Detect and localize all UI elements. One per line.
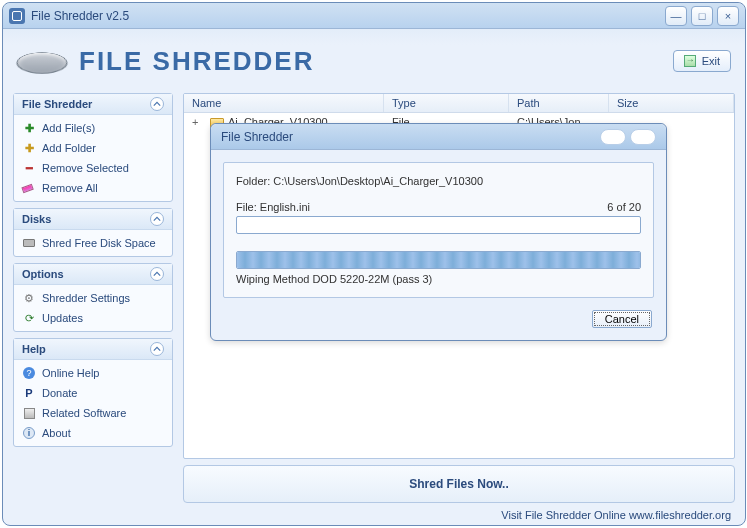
sidebar-item-online-help[interactable]: ?Online Help <box>20 364 166 382</box>
sidebar-item-remove-selected[interactable]: ━Remove Selected <box>20 159 166 177</box>
gear-icon: ⚙ <box>22 291 36 305</box>
titlebar: File Shredder v2.5 — □ × <box>3 3 745 29</box>
expand-toggle[interactable]: + <box>184 113 202 131</box>
minus-icon: ━ <box>22 161 36 175</box>
plus-folder-icon: ✚ <box>22 141 36 155</box>
header: FILE SHREDDER Exit <box>3 29 745 93</box>
sidebar-item-updates[interactable]: ⟳Updates <box>20 309 166 327</box>
body: File Shredder ✚Add File(s) ✚Add Folder ━… <box>3 93 745 507</box>
panel-title: Help <box>22 343 46 355</box>
exit-button[interactable]: Exit <box>673 50 731 72</box>
overall-progress-bar <box>236 251 641 269</box>
help-icon: ? <box>22 366 36 380</box>
chevron-up-icon[interactable] <box>150 342 164 356</box>
dialog-window-controls <box>600 129 656 145</box>
progress-text: 6 of 20 <box>607 201 641 213</box>
panel-header[interactable]: Options <box>14 264 172 285</box>
app-window: File Shredder v2.5 — □ × FILE SHREDDER E… <box>2 2 746 526</box>
wiping-method: Wiping Method DOD 5220-22M (pass 3) <box>236 273 641 285</box>
shred-files-button[interactable]: Shred Files Now.. <box>183 465 735 503</box>
file-progress-bar <box>236 216 641 234</box>
window-controls: — □ × <box>665 6 739 26</box>
paypal-icon: P <box>22 386 36 400</box>
file-label: File: English.ini <box>236 201 310 213</box>
footer-link[interactable]: Visit File Shredder Online www.fileshred… <box>3 507 745 525</box>
folder-label: Folder: C:\Users\Jon\Desktop\Ai_Charger_… <box>236 175 641 187</box>
logo-text: FILE SHREDDER <box>79 46 314 77</box>
eraser-icon <box>20 179 38 197</box>
exit-icon <box>684 55 696 67</box>
panel-header[interactable]: Help <box>14 339 172 360</box>
dialog-body: Folder: C:\Users\Jon\Desktop\Ai_Charger_… <box>223 162 654 298</box>
sidebar-item-shred-free-space[interactable]: Shred Free Disk Space <box>20 234 166 252</box>
disk-icon <box>22 236 36 250</box>
panel-title: Disks <box>22 213 51 225</box>
progress-dialog: File Shredder Folder: C:\Users\Jon\Deskt… <box>210 123 667 341</box>
sidebar-item-remove-all[interactable]: Remove All <box>20 179 166 197</box>
chevron-up-icon[interactable] <box>150 97 164 111</box>
col-path[interactable]: Path <box>509 94 609 112</box>
col-size[interactable]: Size <box>609 94 734 112</box>
panel-file-shredder: File Shredder ✚Add File(s) ✚Add Folder ━… <box>13 93 173 202</box>
col-name[interactable]: Name <box>184 94 384 112</box>
sidebar-item-shredder-settings[interactable]: ⚙Shredder Settings <box>20 289 166 307</box>
panel-title: File Shredder <box>22 98 92 110</box>
dialog-titlebar: File Shredder <box>211 124 666 150</box>
close-button[interactable]: × <box>717 6 739 26</box>
sidebar-item-about[interactable]: iAbout <box>20 424 166 442</box>
window-title: File Shredder v2.5 <box>31 9 665 23</box>
panel-header[interactable]: Disks <box>14 209 172 230</box>
sidebar: File Shredder ✚Add File(s) ✚Add Folder ━… <box>13 93 173 503</box>
chevron-up-icon[interactable] <box>150 267 164 281</box>
sidebar-item-related-software[interactable]: Related Software <box>20 404 166 422</box>
chevron-up-icon[interactable] <box>150 212 164 226</box>
col-type[interactable]: Type <box>384 94 509 112</box>
dialog-pill[interactable] <box>600 129 626 145</box>
panel-header[interactable]: File Shredder <box>14 94 172 115</box>
panel-title: Options <box>22 268 64 280</box>
panel-help: Help ?Online Help PDonate Related Softwa… <box>13 338 173 447</box>
maximize-button[interactable]: □ <box>691 6 713 26</box>
cancel-button[interactable]: Cancel <box>592 310 652 328</box>
panel-disks: Disks Shred Free Disk Space <box>13 208 173 257</box>
refresh-icon: ⟳ <box>22 311 36 325</box>
panel-options: Options ⚙Shredder Settings ⟳Updates <box>13 263 173 332</box>
dialog-title: File Shredder <box>221 130 293 144</box>
logo-icon <box>11 52 72 73</box>
info-icon: i <box>22 426 36 440</box>
list-header: Name Type Path Size <box>184 94 734 113</box>
app-icon <box>9 8 25 24</box>
sidebar-item-add-folder[interactable]: ✚Add Folder <box>20 139 166 157</box>
exit-label: Exit <box>702 55 720 67</box>
dialog-pill[interactable] <box>630 129 656 145</box>
sidebar-item-donate[interactable]: PDonate <box>20 384 166 402</box>
minimize-button[interactable]: — <box>665 6 687 26</box>
software-icon <box>22 406 36 420</box>
main: Name Type Path Size + Ai_Charger_V10300 … <box>183 93 735 503</box>
sidebar-item-add-files[interactable]: ✚Add File(s) <box>20 119 166 137</box>
plus-icon: ✚ <box>22 121 36 135</box>
